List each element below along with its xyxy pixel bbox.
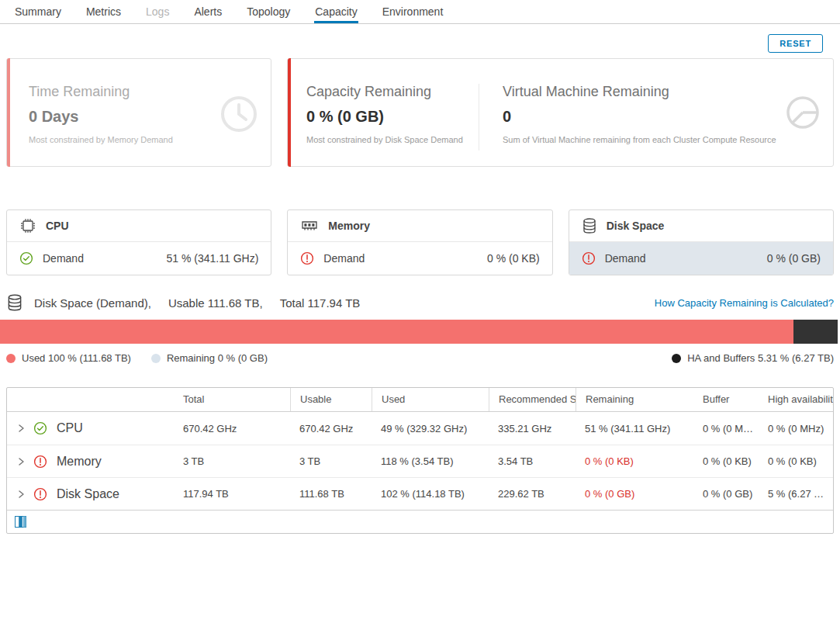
vm-remaining-value: 0	[503, 108, 833, 126]
cell: 670.42 GHz	[290, 423, 372, 434]
vm-remaining-title: Virtual Machine Remaining	[503, 84, 833, 100]
table-row-cpu: CPU670.42 GHz670.42 GHz49 % (329.32 GHz)…	[7, 412, 833, 445]
row-name: Disk Space	[57, 487, 119, 501]
column-header-high-availability[interactable]: High availability	[759, 388, 833, 411]
tab-alerts[interactable]: Alerts	[193, 0, 223, 23]
column-header-recommended-size[interactable]: Recommended Size	[489, 388, 576, 411]
metric-card-disk-space: Disk SpaceDemand0 % (0 GB)	[569, 209, 834, 275]
table-body: CPU670.42 GHz670.42 GHz49 % (329.32 GHz)…	[7, 412, 833, 510]
time-remaining-strip	[7, 58, 10, 167]
cell: 670.42 GHz	[174, 423, 290, 434]
summary-cards: Time Remaining 0 Days Most constrained b…	[6, 58, 834, 167]
tab-bar: SummaryMetricsLogsAlertsTopologyCapacity…	[0, 0, 840, 24]
table-row-memory: Memory3 TB3 TB118 % (3.54 TB)3.54 TB0 % …	[7, 445, 833, 477]
cell: 49 % (329.32 GHz)	[372, 423, 489, 434]
capacity-remaining-card[interactable]: Capacity Remaining 0 % (0 GB) Most const…	[287, 58, 834, 167]
cell: 0 % (0 KB)	[693, 455, 759, 467]
table-header-row: TotalUsableUsedRecommended SizeRemaining…	[7, 388, 833, 412]
success-status-icon	[19, 251, 33, 265]
donut-gauge-icon	[785, 95, 821, 133]
demand-label: Demand	[605, 252, 646, 265]
demand-value: 51 % (341.11 GHz)	[167, 252, 259, 265]
bar-segment-used	[0, 320, 793, 344]
reset-button[interactable]: RESET	[768, 34, 823, 53]
tab-capacity[interactable]: Capacity	[314, 0, 358, 23]
column-header-usable[interactable]: Usable	[290, 388, 372, 411]
row-name: CPU	[57, 421, 83, 435]
metric-cards: CPUDemand51 % (341.11 GHz)MemoryDemand0 …	[6, 209, 834, 275]
legend-label: HA and Buffers 5.31 % (6.27 TB)	[687, 352, 834, 364]
capacity-remaining-value: 0 % (0 GB)	[306, 108, 479, 126]
metric-card-memory: MemoryDemand0 % (0 KB)	[287, 209, 552, 275]
how-capacity-calculated-link[interactable]: How Capacity Remaining is Calculated?	[655, 297, 834, 309]
expand-chevron-icon[interactable]	[16, 457, 26, 466]
tab-environment[interactable]: Environment	[382, 0, 444, 23]
column-header-name[interactable]	[7, 388, 174, 411]
demand-value: 0 % (0 KB)	[487, 252, 540, 265]
demand-label: Demand	[43, 252, 84, 265]
warning-status-icon	[300, 251, 314, 265]
cell: 0 % (0 GB)	[693, 488, 759, 500]
memory-demand-row[interactable]: Demand0 % (0 KB)	[288, 242, 551, 275]
column-header-used[interactable]: Used	[372, 388, 489, 411]
legend-right: HA and Buffers 5.31 % (6.27 TB)	[672, 352, 834, 364]
expand-chevron-icon[interactable]	[16, 490, 26, 499]
clock-icon	[220, 95, 258, 137]
demand-label: Demand	[323, 252, 365, 265]
cell: 0 % (0 KB)	[759, 455, 833, 467]
cell: 0 % (0 MHz)	[759, 423, 833, 434]
cell: 102 % (114.18 TB)	[372, 488, 489, 500]
tab-logs[interactable]: Logs	[145, 0, 170, 23]
disk-space-demand-row[interactable]: Demand0 % (0 GB)	[569, 242, 833, 275]
column-header-buffer[interactable]: Buffer	[693, 388, 759, 411]
column-header-total[interactable]: Total	[174, 388, 290, 411]
cell: 3.54 TB	[489, 455, 576, 467]
cell: 3 TB	[174, 455, 290, 467]
capacity-table: TotalUsableUsedRecommended SizeRemaining…	[6, 387, 834, 534]
legend-label: Used 100 % (111.68 TB)	[22, 352, 131, 364]
metric-card-title: Memory	[328, 220, 370, 232]
cell: 0 % (0 KB)	[576, 455, 693, 467]
cell: 117.94 TB	[174, 488, 290, 500]
legend-dot-icon	[151, 354, 161, 363]
usage-bar	[0, 320, 838, 344]
toolbar: RESET	[0, 24, 840, 57]
table-row-disk-space: Disk Space117.94 TB111.68 TB102 % (114.1…	[7, 477, 833, 510]
cell: 111.68 TB	[290, 488, 372, 500]
time-remaining-card[interactable]: Time Remaining 0 Days Most constrained b…	[6, 58, 271, 167]
metric-card-header: Memory	[288, 210, 551, 242]
tab-metrics[interactable]: Metrics	[85, 0, 122, 23]
vm-remaining-caption: Sum of Virtual Machine remaining from ea…	[503, 135, 833, 144]
row-name: Memory	[57, 455, 102, 469]
disk-space-icon	[582, 217, 597, 234]
metric-card-title: Disk Space	[607, 220, 665, 232]
cell: 0 % (0 GB)	[576, 488, 693, 500]
legend-dot-icon	[6, 354, 16, 363]
metric-card-header: Disk Space	[569, 210, 833, 242]
expand-chevron-icon[interactable]	[16, 424, 26, 433]
cell: 0 % (0 MHz)	[693, 423, 759, 434]
success-status-icon	[33, 421, 47, 435]
legend-item: HA and Buffers 5.31 % (6.27 TB)	[672, 352, 834, 364]
table-footer	[7, 510, 833, 533]
metric-card-cpu: CPUDemand51 % (341.11 GHz)	[6, 209, 271, 275]
cpu-demand-row[interactable]: Demand51 % (341.11 GHz)	[7, 242, 271, 275]
cell: 229.62 TB	[489, 488, 576, 500]
column-picker-button[interactable]	[15, 516, 26, 528]
memory-icon	[300, 217, 319, 234]
tab-topology[interactable]: Topology	[246, 0, 291, 23]
cell: 51 % (341.11 GHz)	[576, 423, 693, 434]
capacity-remaining-strip	[288, 58, 291, 167]
demand-value: 0 % (0 GB)	[767, 252, 821, 265]
capacity-remaining-caption: Most constrained by Disk Space Demand	[306, 135, 479, 144]
warning-status-icon	[582, 251, 596, 265]
tab-summary[interactable]: Summary	[14, 0, 62, 23]
warning-status-icon	[33, 487, 47, 501]
disk-icon	[6, 293, 23, 312]
detail-title: Disk Space (Demand),	[34, 296, 151, 310]
legend-item: Used 100 % (111.68 TB)	[6, 352, 131, 364]
cell: 118 % (3.54 TB)	[372, 455, 489, 467]
column-header-remaining[interactable]: Remaining	[576, 388, 693, 411]
warning-status-icon	[33, 455, 47, 469]
cell: 335.21 GHz	[489, 423, 576, 434]
